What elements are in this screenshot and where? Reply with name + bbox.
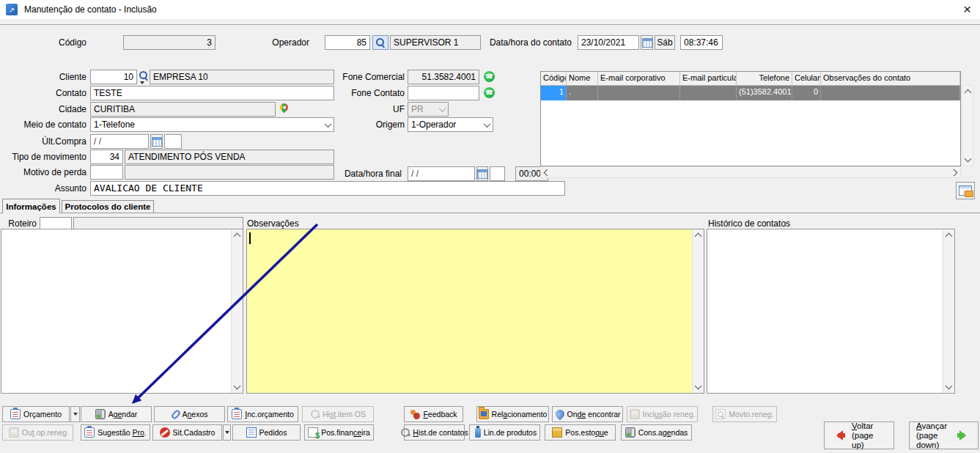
origem-select[interactable]: 1-Operador	[408, 117, 493, 132]
whatsapp-icon[interactable]	[484, 87, 495, 98]
toolbar-button-sit-cadastro[interactable]: Sit.Cadastro	[152, 424, 222, 441]
toolbar-button-pedidos[interactable]: Pedidos	[232, 424, 301, 441]
scroll-down-icon[interactable]	[965, 155, 972, 163]
assunto-label: Assunto	[0, 181, 86, 196]
toolbar-button-lin-de-produtos[interactable]: Lin.de produtos	[469, 424, 540, 441]
scroll-right-icon[interactable]	[951, 169, 958, 177]
toolbar-button-cons-agendas[interactable]: Cons.agendas	[621, 424, 692, 441]
agenda-book-icon	[95, 409, 106, 419]
table-horizontal-scrollbar[interactable]	[540, 166, 961, 178]
contact-date-field[interactable]: 23/10/2021	[578, 35, 639, 50]
panel-scrollbar[interactable]	[231, 229, 243, 393]
uf-select: PR	[408, 102, 449, 117]
data-final-calendar-button[interactable]	[476, 166, 488, 181]
scroll-down-icon[interactable]	[946, 383, 953, 390]
magnifier-box-icon	[715, 409, 726, 419]
headset-icon	[401, 428, 410, 437]
operador-code-field[interactable]: 85	[325, 35, 370, 50]
toolbar-button-label: Sugestão Pro.	[97, 428, 147, 437]
toolbar-button-label: Out.op.reneg	[22, 428, 67, 437]
uf-value: PR	[411, 104, 424, 114]
orcamento-dropdown-button[interactable]	[70, 406, 80, 422]
data-final-extra-field[interactable]	[490, 166, 505, 181]
arrow-right-icon	[957, 430, 971, 441]
toolbar-button-label: Hist.item OS	[323, 410, 366, 419]
scroll-up-icon[interactable]	[234, 233, 241, 240]
column-header[interactable]: E-mail corporativo	[598, 72, 680, 86]
toolbar-button-pos-financeira[interactable]: Pos.financeira	[304, 424, 374, 441]
contact-date-calendar-button[interactable]	[641, 35, 653, 50]
toolbar-button-relacionamento[interactable]: Relacionamento	[476, 406, 549, 422]
toolbar-button-hist-de-contatos[interactable]: Hist.de contatos	[404, 424, 465, 441]
historico-text-panel[interactable]	[707, 229, 955, 394]
weekday-button[interactable]: Sáb	[655, 35, 675, 50]
scroll-up-icon[interactable]	[695, 233, 702, 240]
column-header[interactable]: E-mail particular	[680, 72, 737, 86]
toolbar-button-agendar[interactable]: Agendar	[81, 406, 152, 422]
search-icon[interactable]	[139, 70, 149, 81]
map-pin-icon[interactable]	[279, 102, 290, 114]
ult-compra-date-field[interactable]: / /	[90, 134, 149, 149]
export-grid-button[interactable]	[956, 182, 975, 199]
scroll-down-icon[interactable]	[695, 383, 702, 390]
cliente-code-field[interactable]: 10	[90, 70, 137, 84]
avancar-button[interactable]: Avançar (page down)	[909, 421, 979, 449]
app-icon	[6, 4, 18, 15]
column-header[interactable]: Telefone	[737, 72, 792, 86]
panel-scrollbar[interactable]	[692, 229, 704, 393]
toolbar-button-orcamento[interactable]: Orçamento	[2, 406, 70, 422]
chevron-down-icon[interactable]	[140, 81, 144, 84]
column-header[interactable]: Celular	[792, 72, 821, 86]
ult-compra-calendar-button[interactable]	[150, 134, 163, 149]
contato-label: Contato	[0, 86, 86, 100]
toolbar-button-out-op-reneg: Out.op.reneg	[2, 424, 73, 441]
ult-compra-extra-field[interactable]	[164, 134, 182, 149]
column-header[interactable]: Observações do contato	[821, 72, 960, 86]
meio-contato-select[interactable]: 1-Telefone	[90, 117, 334, 132]
contact-time-field[interactable]: 08:37:46	[680, 35, 723, 50]
contacts-table: Código Nome E-mail corporativo E-mail pa…	[540, 71, 961, 166]
toolbar-button-onde-encontrar[interactable]: Onde encontrar	[552, 406, 623, 422]
agenda-book-icon	[625, 427, 635, 438]
ult-compra-label: Últ.Compra	[0, 134, 86, 149]
tipo-movimento-code-field[interactable]: 34	[90, 150, 123, 164]
toolbar-button-sugestao-pro[interactable]: Sugestão Pro.	[81, 424, 150, 441]
scroll-up-icon[interactable]	[946, 233, 953, 240]
toolbar-button-feedback[interactable]: Feedback	[404, 406, 463, 422]
scroll-left-icon[interactable]	[544, 169, 551, 177]
search-icon	[375, 37, 386, 48]
toolbar-button-label: Cons.agendas	[638, 428, 688, 437]
panel-scrollbar[interactable]	[943, 229, 954, 393]
close-icon[interactable]: ×	[963, 1, 971, 18]
toolbar-button-pos-estoque[interactable]: Pos.estoque	[545, 424, 616, 441]
table-vertical-scrollbar[interactable]	[962, 85, 973, 166]
motivo-perda-code-field[interactable]	[90, 165, 123, 180]
toolbar-button-inc-orcamento[interactable]: Inc.orçamento	[227, 406, 298, 422]
voltar-button[interactable]: Voltar (page up)	[824, 421, 894, 449]
hand-card-icon	[630, 409, 640, 419]
column-header[interactable]: Código	[541, 72, 567, 86]
toolbar-button-movto-reneg: Movto.reneg.	[712, 406, 777, 422]
contato-field[interactable]: TESTE	[90, 86, 334, 100]
observacoes-textarea[interactable]	[246, 229, 704, 394]
data-final-field[interactable]: / /	[408, 166, 475, 181]
toolbar-button-anexos[interactable]: Anexos	[154, 406, 225, 422]
calendar-icon	[152, 137, 162, 147]
scroll-up-icon[interactable]	[965, 89, 972, 97]
title-bar: Manutenção de contato - Inclusão ×	[0, 0, 980, 19]
whatsapp-icon[interactable]	[484, 71, 495, 82]
roteiro-text-panel[interactable]	[1, 229, 243, 394]
cell-observacoes	[821, 86, 960, 100]
fone-contato-label: Fone Contato	[323, 86, 405, 100]
column-header[interactable]: Nome	[567, 72, 598, 86]
table-row[interactable]: 1 . (51)3582.4001 0	[541, 86, 960, 100]
scroll-down-icon[interactable]	[234, 383, 241, 390]
voltar-button-text: Voltar (page up)	[852, 421, 887, 450]
no-entry-icon	[160, 427, 170, 438]
sit-cadastro-dropdown-button[interactable]	[223, 424, 231, 441]
tab-protocolos[interactable]: Protocolos do cliente	[62, 200, 154, 213]
operador-search-button[interactable]	[372, 35, 388, 50]
tab-informacoes[interactable]: Informações	[2, 199, 60, 213]
assunto-field[interactable]: AVALICAO DE CLIENTE	[90, 181, 565, 196]
fone-contato-field[interactable]	[408, 86, 479, 100]
